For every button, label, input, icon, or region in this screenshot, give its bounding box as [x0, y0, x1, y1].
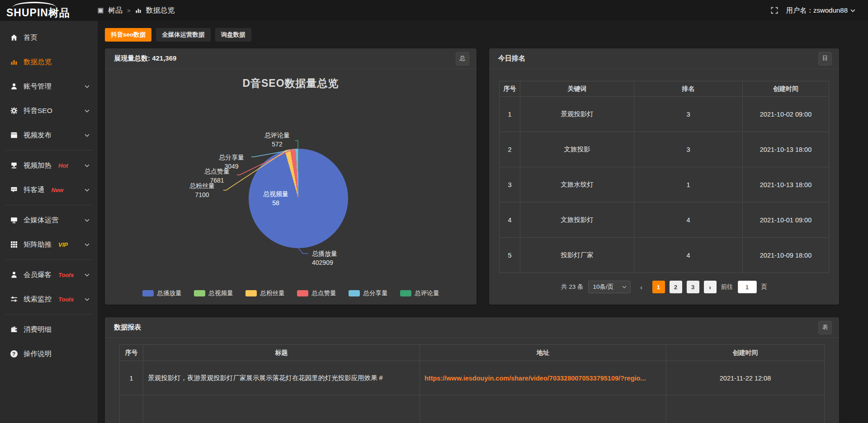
column-header: 地址 [420, 345, 666, 361]
report-card-title: 数据报表 [114, 323, 141, 332]
tab-douyin-seo[interactable]: 抖音seo数据 [105, 28, 151, 42]
home-icon [10, 34, 18, 41]
pie-label-fans: 总粉丝量7100 [189, 181, 215, 199]
sidebar-item-label: 全媒体运营 [24, 216, 59, 225]
legend-item[interactable]: 总分享量 [349, 289, 388, 297]
column-header: 创建时间 [743, 81, 829, 97]
sidebar-item-douketong[interactable]: 抖客通 New [0, 178, 98, 202]
wallet-icon [10, 326, 18, 333]
sidebar-item-label: 矩阵助推 [24, 240, 52, 249]
monitor-icon [10, 216, 18, 224]
chat-icon [10, 186, 18, 193]
seo-stats-card: 展现量总数: 421,369 总 D音SEO数据量总览 [105, 48, 476, 305]
page-number-button[interactable]: 2 [670, 281, 682, 293]
table-row: 3 文旅水纹灯 1 2021-10-13 18:00 [500, 167, 829, 202]
sidebar-item-media-operation[interactable]: 全媒体运营 [0, 208, 98, 232]
legend-swatch [297, 290, 308, 296]
sidebar-item-video-heat[interactable]: 视频加热 Hot [0, 153, 98, 178]
breadcrumb-current[interactable]: 数据总览 [146, 6, 175, 15]
sidebar-item-matrix-boost[interactable]: 矩阵助推 VIP [0, 232, 98, 257]
sidebar-item-account[interactable]: 账号管理 [0, 74, 98, 99]
sidebar-divider [5, 150, 92, 150]
prev-page-button[interactable]: ‹ [635, 281, 648, 293]
username-label: 用户名：zswodun88 [786, 6, 848, 15]
grid-icon [10, 241, 18, 248]
sidebar-item-badge: New [52, 187, 64, 193]
page-size-select[interactable]: 10条/页 [588, 281, 631, 293]
user-menu[interactable]: 用户名：zswodun88 [786, 6, 855, 15]
chevron-down-icon [85, 164, 90, 167]
total-badge-button[interactable]: 总 [456, 52, 469, 66]
table-header-row: 序号 标题 地址 创建时间 [120, 345, 825, 361]
video-url-link[interactable]: https://www.iesdouyin.com/share/video/70… [425, 375, 646, 382]
tab-inquiry[interactable]: 询盘数据 [215, 28, 251, 42]
sidebar-item-video-publish[interactable]: 视频发布 [0, 123, 98, 147]
legend-swatch [194, 290, 205, 296]
legend-item[interactable]: 总粉丝量 [245, 289, 285, 297]
sidebar-item-member-baoke[interactable]: 会员爆客 Tools [0, 263, 98, 287]
next-page-button[interactable]: › [704, 281, 717, 293]
goto-page-input[interactable] [738, 281, 757, 293]
clapper-icon [10, 132, 18, 139]
legend-item[interactable]: 总视频量 [194, 289, 233, 297]
chevron-down-icon [85, 188, 90, 192]
logo-text: SHUPIN树品 [6, 7, 98, 19]
table-row [120, 395, 825, 423]
sidebar-item-home[interactable]: 首页 [0, 25, 98, 50]
chevron-down-icon [85, 273, 90, 277]
chart-legend: 总播放量 总视频量 总粉丝量 总点赞量 总分享量 总评论量 [105, 289, 476, 297]
app-root: SHUPIN树品 树品 > 数据总览 用户名：zswodun88 [0, 0, 868, 423]
sidebar-item-lead-monitor[interactable]: 线索监控 Tools [0, 287, 98, 311]
chevron-down-icon [85, 134, 90, 137]
site-icon [98, 8, 104, 14]
column-header: 序号 [120, 345, 143, 361]
legend-item[interactable]: 总播放量 [142, 289, 182, 297]
main-content: 抖音seo数据 全媒体运营数据 询盘数据 展现量总数: 421,369 总 D音… [98, 21, 868, 423]
breadcrumb-root[interactable]: 树品 [108, 6, 123, 15]
sidebar-item-label: 线索监控 [24, 295, 52, 304]
chevron-down-icon [850, 9, 855, 12]
legend-swatch [245, 290, 257, 296]
table-row: 5 投影灯厂家 4 2021-10-09 18:00 [500, 238, 829, 273]
sidebar-item-badge: Tools [58, 296, 74, 303]
table-header-row: 序号 关键词 排名 创建时间 [500, 81, 829, 97]
table-badge-button[interactable]: 表 [818, 321, 832, 334]
sidebar-item-consumption[interactable]: 消费明细 [0, 317, 98, 342]
logo: SHUPIN树品 [0, 2, 98, 19]
column-header: 创建时间 [666, 345, 825, 361]
page-number-button[interactable]: 3 [687, 281, 699, 293]
pie-label-videos: 总视频量58 [263, 189, 288, 207]
report-table: 序号 标题 地址 创建时间 1 景观投影灯，夜游景观投影灯厂家展示展示落花灯在花… [119, 344, 825, 423]
day-badge-button[interactable]: 日 [818, 52, 832, 66]
question-icon [10, 350, 18, 357]
table-row: 2 文旅投影 3 2021-10-13 18:00 [500, 132, 829, 167]
sidebar-item-data-overview[interactable]: 数据总览 [0, 50, 98, 74]
chevron-down-icon [85, 85, 90, 88]
sidebar-item-help[interactable]: 操作说明 [0, 342, 98, 366]
sidebar-item-label: 视频发布 [24, 131, 52, 140]
pie-label-plays: 总播放量402909 [312, 249, 337, 267]
fullscreen-icon[interactable] [771, 7, 778, 14]
stats-total-title: 展现量总数: 421,369 [114, 54, 176, 63]
tab-media-operation[interactable]: 全媒体运营数据 [156, 28, 211, 42]
member-icon [10, 271, 18, 278]
page-number-button[interactable]: 1 [652, 281, 665, 293]
table-row: 4 文旅投影灯 4 2021-10-01 09:00 [500, 202, 829, 238]
goto-label: 前往 [721, 283, 733, 291]
chevron-down-icon [85, 298, 90, 301]
pie-label-comments: 总评论量572 [264, 131, 290, 149]
ranking-table: 序号 关键词 排名 创建时间 1 景观投影灯 3 2021-10 [499, 81, 829, 273]
today-ranking-card: 今日排名 日 序号 关键词 排名 创建时间 [489, 48, 839, 305]
sidebar-divider [5, 314, 92, 315]
chevron-down-icon [622, 286, 627, 288]
chart-title: D音SEO数据量总览 [105, 76, 476, 90]
sliders-icon [10, 296, 18, 303]
data-report-card: 数据报表 表 序号 标题 地址 创建时间 1 [105, 317, 839, 423]
legend-item[interactable]: 总点赞量 [297, 289, 336, 297]
sidebar-item-label: 消费明细 [24, 325, 52, 334]
pagination-total: 共 23 条 [561, 283, 584, 291]
data-tabs: 抖音seo数据 全媒体运营数据 询盘数据 [105, 28, 839, 42]
sidebar-item-douyin-seo[interactable]: 抖音SEO [0, 99, 98, 123]
legend-item[interactable]: 总评论量 [400, 289, 439, 297]
sidebar-item-label: 会员爆客 [24, 270, 52, 280]
